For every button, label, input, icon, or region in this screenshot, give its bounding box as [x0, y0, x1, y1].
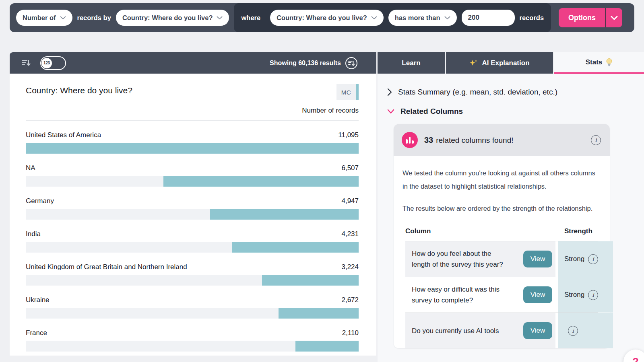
numeric-display-toggle[interactable]: 123 [40, 56, 66, 70]
strength-cell: Strong i [558, 277, 613, 313]
stats-summary-accordion[interactable]: Stats Summary (e.g. mean, std. deviation… [378, 88, 644, 97]
chevron-down-icon [371, 16, 377, 20]
bar-fill [163, 176, 359, 187]
lightbulb-icon [606, 58, 613, 67]
value-axis-label: Number of records [26, 107, 359, 115]
related-columns-card: 33related columns found! i We tested the… [394, 124, 610, 348]
bar-category-label: United States of America [26, 131, 101, 139]
column-type-badge[interactable]: MC [336, 84, 359, 100]
filter-column-value: Country: Where do you live? [277, 14, 367, 22]
bar-chart-icon [402, 132, 418, 148]
filter-operator-value: has more than [395, 14, 440, 22]
related-column-name: How easy or difficult was this survey to… [412, 284, 512, 306]
related-column-name: Do you currently use AI tools [412, 325, 499, 336]
bar-fill [210, 209, 359, 220]
related-columns-card-body: We tested the column you're looking at a… [394, 156, 610, 348]
column-cell: Do you currently use AI tools View [405, 313, 555, 348]
info-icon[interactable]: i [588, 290, 598, 300]
toggle-label: 123 [43, 61, 50, 65]
toggle-knob: 123 [41, 58, 52, 68]
bar-track [26, 308, 359, 319]
group-column-value: Country: Where do you live? [122, 14, 213, 22]
column-type-label: MC [336, 84, 356, 100]
bar-value: 11,095 [338, 131, 359, 139]
bar-value: 6,507 [341, 164, 359, 172]
bar-track [26, 176, 359, 187]
view-button[interactable]: View [523, 322, 552, 339]
bar-category-label: United Kingdom of Great Britain and Nort… [26, 263, 187, 271]
column-cell: How do you feel about the length of the … [405, 241, 555, 277]
filter-operator-select[interactable]: has more than [388, 10, 457, 26]
table-row: How do you feel about the length of the … [405, 241, 598, 277]
found-suffix: related columns found! [436, 136, 513, 144]
chart-bar-row[interactable]: India 4,231 [26, 230, 359, 253]
bar-track [26, 209, 359, 220]
tab-ai-label: AI Explanation [482, 59, 529, 67]
bar-fill [26, 143, 359, 154]
filter-column-select[interactable]: Country: Where do you live? [270, 10, 384, 26]
tab-learn-label: Learn [402, 59, 420, 67]
chevron-down-icon [444, 16, 450, 20]
related-columns-label: Related Columns [400, 107, 463, 116]
sort-circle-icon[interactable] [345, 57, 358, 70]
aggregation-select[interactable]: Number of [16, 10, 72, 26]
filter-value-input[interactable] [462, 10, 515, 26]
tab-learn[interactable]: Learn [378, 52, 445, 74]
sort-descending-icon[interactable] [22, 59, 31, 67]
chart-bar-row[interactable]: United States of America 11,095 [26, 131, 359, 154]
view-button[interactable]: View [523, 286, 552, 303]
strength-cell: Strong i [558, 241, 613, 277]
tab-stats[interactable]: Stats [554, 52, 644, 74]
bar-value: 4,231 [341, 230, 359, 238]
chart-bar-row[interactable]: NA 6,507 [26, 164, 359, 187]
chart-bar-row[interactable]: Germany 4,947 [26, 197, 359, 220]
results-bar: 123 Showing 60,136 results Learn AI Exp [10, 52, 644, 74]
records-label: records [520, 14, 544, 22]
info-icon[interactable]: i [588, 254, 598, 264]
options-button[interactable]: Options [559, 8, 605, 27]
bar-track [26, 242, 359, 253]
found-count-text: 33related columns found! [424, 136, 513, 145]
sparkles-icon [469, 59, 478, 68]
related-columns-card-header: 33related columns found! i [394, 124, 610, 156]
strength-cell: i [558, 313, 613, 348]
stats-panel: Stats Summary (e.g. mean, std. deviation… [378, 74, 644, 362]
column-type-color-strip [356, 84, 359, 100]
chevron-right-icon [387, 88, 392, 96]
related-column-name: How do you feel about the length of the … [412, 248, 512, 270]
strength-header: Strength [558, 227, 613, 235]
bar-category-label: Ukraine [26, 296, 50, 304]
options-caret-button[interactable] [606, 8, 622, 27]
records-by-label: records by [77, 14, 111, 22]
chart-card: Country: Where do you live? MC Number of… [10, 74, 376, 356]
chevron-down-icon [60, 16, 66, 20]
stats-summary-label: Stats Summary (e.g. mean, std. deviation… [398, 88, 557, 97]
bar-fill [232, 242, 359, 253]
chart-bar-row[interactable]: Ukraine 2,672 [26, 296, 359, 319]
related-description-1: We tested the column you're looking at a… [402, 167, 601, 193]
chevron-down-icon [217, 16, 223, 20]
options-split-button: Options [559, 8, 622, 27]
tab-ai-explanation[interactable]: AI Explanation [446, 52, 553, 74]
chart-bar-row[interactable]: France 2,110 [26, 329, 359, 352]
view-button[interactable]: View [523, 251, 552, 267]
group-column-select[interactable]: Country: Where do you live? [116, 10, 229, 26]
info-icon[interactable]: i [568, 326, 578, 336]
chart-divider [26, 120, 359, 121]
bar-value: 4,947 [341, 197, 359, 205]
table-row: Do you currently use AI tools View i [405, 313, 598, 348]
chevron-down-icon [611, 16, 618, 20]
table-row: How easy or difficult was this survey to… [405, 277, 598, 313]
bar-value: 2,110 [342, 329, 359, 337]
bar-track [26, 341, 359, 352]
column-cell: How easy or difficult was this survey to… [405, 277, 555, 313]
aggregation-value: Number of [23, 14, 56, 22]
chart-bar-row[interactable]: United Kingdom of Great Britain and Nort… [26, 263, 359, 286]
info-icon[interactable]: i [591, 135, 601, 145]
related-description-2: The results below are ordered by the str… [402, 202, 601, 215]
bar-fill [295, 341, 359, 352]
bar-track [26, 143, 359, 154]
strength-label: Strong [564, 291, 584, 299]
bar-fill [262, 275, 359, 286]
related-columns-accordion[interactable]: Related Columns [378, 107, 644, 116]
